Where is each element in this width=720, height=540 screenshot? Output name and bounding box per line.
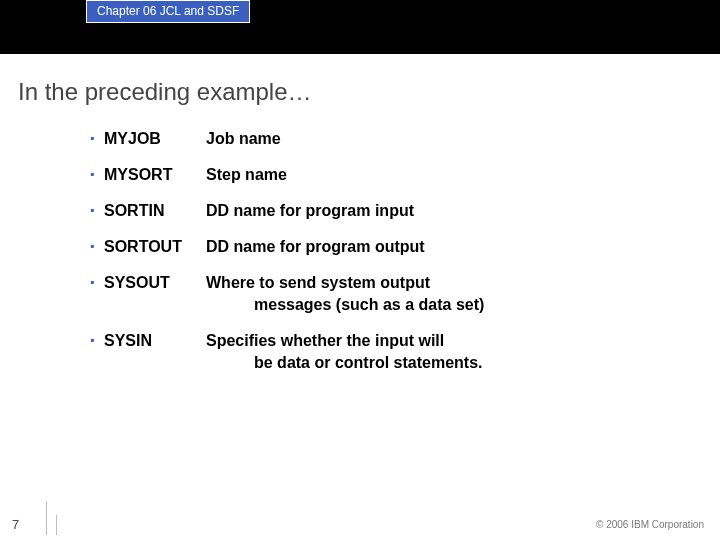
content-list: ▪ MYJOB Job name ▪ MYSORT Step name ▪ SO… [90,128,680,374]
term: SORTOUT [104,236,206,258]
list-item: ▪ SYSIN Specifies whether the input will… [90,330,680,374]
bullet-icon: ▪ [90,128,100,148]
description: Step name [206,164,680,186]
list-item: ▪ MYSORT Step name [90,164,680,186]
bullet-icon: ▪ [90,272,100,292]
bullet-icon: ▪ [90,236,100,256]
description: DD name for program input [206,200,680,222]
description-line: messages (such as a data set) [206,294,680,316]
term: MYSORT [104,164,206,186]
chapter-tab: Chapter 06 JCL and SDSF [86,0,250,23]
list-item: ▪ MYJOB Job name [90,128,680,150]
description: Specifies whether the input will be data… [206,330,680,374]
description: Where to send system output messages (su… [206,272,680,316]
term: SORTIN [104,200,206,222]
list-item: ▪ SORTOUT DD name for program output [90,236,680,258]
footer-rule-icon [46,501,47,535]
header-band: Chapter 06 JCL and SDSF [0,0,720,54]
bullet-icon: ▪ [90,200,100,220]
description-line: Specifies whether the input will [206,332,444,349]
list-item: ▪ SORTIN DD name for program input [90,200,680,222]
page-number: 7 [12,517,19,532]
term: MYJOB [104,128,206,150]
slide-title: In the preceding example… [18,78,720,106]
description: DD name for program output [206,236,680,258]
bullet-icon: ▪ [90,164,100,184]
term: SYSIN [104,330,206,352]
footer-rule-icon [56,515,57,535]
description-line: be data or control statements. [206,352,680,374]
bullet-icon: ▪ [90,330,100,350]
copyright: © 2006 IBM Corporation [596,519,704,530]
term: SYSOUT [104,272,206,294]
description: Job name [206,128,680,150]
list-item: ▪ SYSOUT Where to send system output mes… [90,272,680,316]
description-line: Where to send system output [206,274,430,291]
